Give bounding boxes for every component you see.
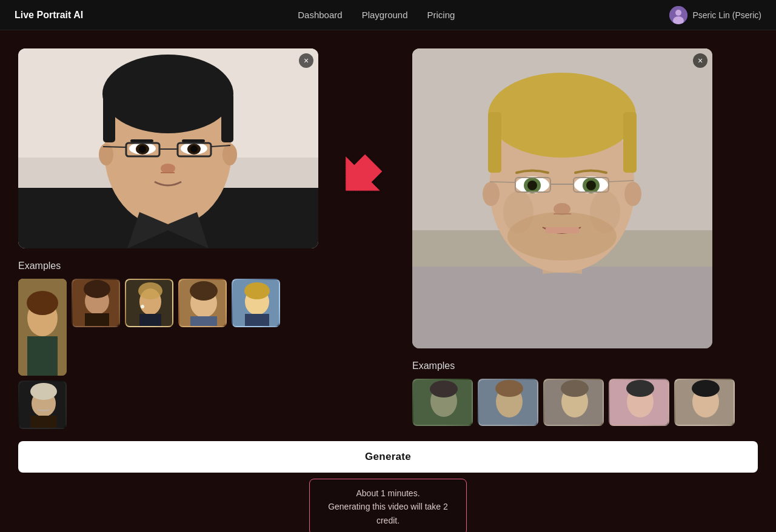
svg-point-71: [586, 181, 596, 190]
info-line2: Generating this video will take 2 credit…: [322, 500, 454, 527]
svg-point-90: [561, 380, 589, 397]
list-item[interactable]: [18, 381, 67, 429]
list-item[interactable]: [178, 279, 227, 327]
svg-point-35: [84, 280, 110, 298]
generate-button[interactable]: Generate: [18, 441, 758, 473]
nav-playground[interactable]: Playground: [362, 10, 408, 20]
driving-face-svg: [412, 48, 712, 348]
list-item[interactable]: [18, 279, 67, 376]
svg-point-31: [27, 291, 58, 315]
svg-rect-9: [103, 94, 115, 142]
list-item[interactable]: [232, 279, 280, 327]
svg-point-64: [483, 182, 500, 206]
svg-point-96: [692, 380, 720, 397]
svg-rect-61: [488, 112, 501, 173]
username: Pseric Lin (Pseric): [692, 10, 761, 20]
driving-panel: ×: [412, 48, 758, 426]
svg-point-93: [626, 380, 654, 397]
direction-arrow-icon: [330, 145, 391, 206]
svg-line-24: [103, 147, 126, 147]
svg-point-80: [503, 191, 534, 233]
list-item[interactable]: [125, 279, 173, 327]
svg-rect-40: [139, 314, 161, 327]
nav-dashboard[interactable]: Dashboard: [298, 10, 342, 20]
source-close-button[interactable]: ×: [299, 53, 313, 68]
svg-rect-62: [623, 112, 637, 173]
svg-point-8: [102, 55, 233, 133]
source-image-container: ×: [18, 48, 318, 248]
svg-point-44: [190, 281, 218, 301]
svg-point-15: [139, 145, 146, 153]
svg-rect-10: [221, 94, 233, 142]
svg-point-1: [675, 10, 681, 16]
svg-point-12: [222, 144, 237, 165]
list-item[interactable]: [412, 379, 473, 426]
svg-marker-54: [330, 146, 390, 206]
nav-links: Dashboard Playground Pricing: [298, 10, 455, 20]
svg-rect-53: [30, 416, 57, 429]
user-menu[interactable]: Pseric Lin (Pseric): [669, 6, 761, 24]
svg-point-84: [430, 381, 458, 397]
source-examples-grid: [18, 279, 321, 429]
generation-info-box: About 1 minutes. Generating this video w…: [309, 479, 467, 532]
bottom-section: Generate About 1 minutes. Generating thi…: [0, 441, 776, 532]
driving-examples-label: Examples: [412, 361, 758, 371]
svg-point-48: [244, 282, 270, 299]
list-item[interactable]: [543, 379, 604, 426]
svg-point-18: [190, 145, 198, 153]
main-content: ×: [0, 30, 776, 441]
list-item[interactable]: [72, 279, 120, 327]
svg-rect-20: [182, 139, 205, 142]
nav-pricing[interactable]: Pricing: [427, 10, 455, 20]
driving-image-container: ×: [412, 48, 712, 348]
svg-line-75: [490, 182, 515, 182]
svg-point-41: [141, 305, 144, 308]
svg-rect-32: [27, 336, 58, 376]
navbar: Live Portrait AI Dashboard Playground Pr…: [0, 0, 776, 30]
info-line1: About 1 minutes.: [322, 487, 454, 500]
svg-rect-49: [245, 314, 269, 327]
svg-point-52: [30, 383, 57, 400]
svg-point-81: [590, 191, 620, 233]
list-item[interactable]: [674, 379, 735, 426]
source-panel: ×: [18, 48, 321, 429]
svg-point-65: [624, 182, 641, 206]
driving-close-button[interactable]: ×: [693, 53, 707, 68]
svg-point-39: [138, 282, 162, 299]
svg-rect-79: [546, 227, 579, 233]
svg-rect-19: [130, 139, 153, 142]
arrow-divider: [321, 48, 400, 206]
svg-rect-36: [85, 313, 109, 327]
source-examples-label: Examples: [18, 261, 321, 271]
svg-point-87: [495, 380, 523, 397]
driving-examples-grid: [412, 379, 758, 426]
list-item[interactable]: [609, 379, 669, 426]
svg-point-60: [488, 73, 636, 158]
list-item[interactable]: [478, 379, 538, 426]
svg-rect-45: [190, 316, 217, 327]
source-face-svg: [18, 48, 318, 248]
svg-point-26: [161, 164, 175, 173]
app-logo: Live Portrait AI: [15, 10, 83, 21]
svg-point-68: [527, 181, 537, 190]
avatar: [669, 6, 687, 24]
